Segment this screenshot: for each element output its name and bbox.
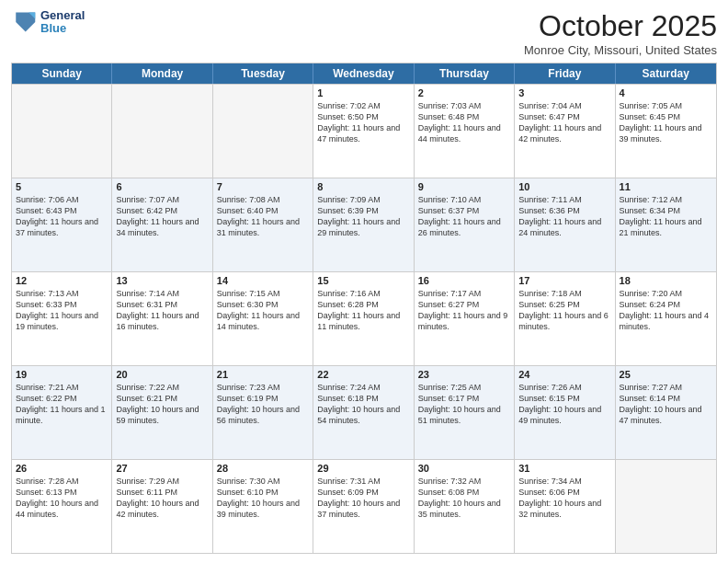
day-number: 30 [418,463,510,474]
day-number: 2 [418,87,510,98]
header-cell-monday: Monday [112,63,212,84]
day-info: Sunrise: 7:27 AM Sunset: 6:14 PM Dayligh… [620,382,712,427]
header-cell-saturday: Saturday [616,63,716,84]
day-info: Sunrise: 7:25 AM Sunset: 6:17 PM Dayligh… [418,382,510,427]
logo-line2: Blue [40,21,66,35]
day-number: 24 [518,369,610,380]
day-cell-15: 15Sunrise: 7:16 AM Sunset: 6:28 PM Dayli… [313,272,414,365]
day-info: Sunrise: 7:28 AM Sunset: 6:13 PM Dayligh… [16,476,108,521]
day-info: Sunrise: 7:06 AM Sunset: 6:43 PM Dayligh… [16,194,108,239]
day-number: 31 [518,463,610,474]
location: Monroe City, Missouri, United States [524,43,717,57]
day-number: 27 [116,463,208,474]
day-cell-14: 14Sunrise: 7:15 AM Sunset: 6:30 PM Dayli… [213,272,313,365]
day-cell-1: 1Sunrise: 7:02 AM Sunset: 6:50 PM Daylig… [313,85,414,178]
day-cell-24: 24Sunrise: 7:26 AM Sunset: 6:15 PM Dayli… [515,366,615,459]
day-cell-10: 10Sunrise: 7:11 AM Sunset: 6:36 PM Dayli… [515,178,615,271]
day-info: Sunrise: 7:23 AM Sunset: 6:19 PM Dayligh… [217,382,309,427]
logo-line1: General [40,8,85,22]
calendar: SundayMondayTuesdayWednesdayThursdayFrid… [11,63,717,554]
header-cell-friday: Friday [515,63,615,84]
header-cell-tuesday: Tuesday [213,63,313,84]
day-cell-3: 3Sunrise: 7:04 AM Sunset: 6:47 PM Daylig… [515,85,615,178]
day-cell-9: 9Sunrise: 7:10 AM Sunset: 6:37 PM Daylig… [415,178,515,271]
title-area: October 2025 Monroe City, Missouri, Unit… [524,9,717,57]
calendar-row-3: 19Sunrise: 7:21 AM Sunset: 6:22 PM Dayli… [12,365,716,459]
empty-cell-r0c2 [213,85,313,178]
day-info: Sunrise: 7:11 AM Sunset: 6:36 PM Dayligh… [518,194,610,239]
day-cell-22: 22Sunrise: 7:24 AM Sunset: 6:18 PM Dayli… [313,366,414,459]
day-cell-21: 21Sunrise: 7:23 AM Sunset: 6:19 PM Dayli… [213,366,313,459]
day-info: Sunrise: 7:30 AM Sunset: 6:10 PM Dayligh… [217,476,309,521]
day-info: Sunrise: 7:08 AM Sunset: 6:40 PM Dayligh… [217,194,309,239]
day-cell-17: 17Sunrise: 7:18 AM Sunset: 6:25 PM Dayli… [515,272,615,365]
day-cell-8: 8Sunrise: 7:09 AM Sunset: 6:39 PM Daylig… [313,178,414,271]
day-info: Sunrise: 7:13 AM Sunset: 6:33 PM Dayligh… [16,288,108,333]
day-cell-20: 20Sunrise: 7:22 AM Sunset: 6:21 PM Dayli… [112,366,212,459]
day-info: Sunrise: 7:04 AM Sunset: 6:47 PM Dayligh… [518,100,610,145]
day-info: Sunrise: 7:20 AM Sunset: 6:24 PM Dayligh… [620,288,712,333]
day-number: 13 [116,275,208,286]
day-number: 18 [620,275,712,286]
calendar-row-1: 5Sunrise: 7:06 AM Sunset: 6:43 PM Daylig… [12,178,716,271]
day-info: Sunrise: 7:05 AM Sunset: 6:45 PM Dayligh… [620,100,712,145]
day-info: Sunrise: 7:24 AM Sunset: 6:18 PM Dayligh… [317,382,409,427]
day-number: 6 [116,181,208,192]
day-number: 20 [116,369,208,380]
empty-cell-r0c1 [112,85,212,178]
day-cell-12: 12Sunrise: 7:13 AM Sunset: 6:33 PM Dayli… [12,272,112,365]
empty-cell-r0c0 [12,85,112,178]
header-cell-wednesday: Wednesday [313,63,414,84]
calendar-body: 1Sunrise: 7:02 AM Sunset: 6:50 PM Daylig… [12,84,716,553]
day-number: 15 [317,275,409,286]
day-number: 22 [317,369,409,380]
day-number: 19 [16,369,108,380]
day-info: Sunrise: 7:09 AM Sunset: 6:39 PM Dayligh… [317,194,409,239]
day-cell-25: 25Sunrise: 7:27 AM Sunset: 6:14 PM Dayli… [616,366,716,459]
day-number: 26 [16,463,108,474]
day-number: 1 [317,87,409,98]
day-info: Sunrise: 7:10 AM Sunset: 6:37 PM Dayligh… [418,194,510,239]
day-cell-19: 19Sunrise: 7:21 AM Sunset: 6:22 PM Dayli… [12,366,112,459]
day-info: Sunrise: 7:12 AM Sunset: 6:34 PM Dayligh… [620,194,712,239]
day-cell-4: 4Sunrise: 7:05 AM Sunset: 6:45 PM Daylig… [616,85,716,178]
logo-text: General Blue [40,9,85,36]
day-number: 12 [16,275,108,286]
day-cell-28: 28Sunrise: 7:30 AM Sunset: 6:10 PM Dayli… [213,460,313,553]
day-cell-31: 31Sunrise: 7:34 AM Sunset: 6:06 PM Dayli… [515,460,615,553]
day-number: 21 [217,369,309,380]
day-number: 14 [217,275,309,286]
logo: General Blue [11,9,85,36]
day-info: Sunrise: 7:02 AM Sunset: 6:50 PM Dayligh… [317,100,409,145]
day-number: 23 [418,369,510,380]
day-number: 5 [16,181,108,192]
day-info: Sunrise: 7:03 AM Sunset: 6:48 PM Dayligh… [418,100,510,145]
day-info: Sunrise: 7:15 AM Sunset: 6:30 PM Dayligh… [217,288,309,333]
day-info: Sunrise: 7:32 AM Sunset: 6:08 PM Dayligh… [418,476,510,521]
day-info: Sunrise: 7:29 AM Sunset: 6:11 PM Dayligh… [116,476,208,521]
day-cell-30: 30Sunrise: 7:32 AM Sunset: 6:08 PM Dayli… [415,460,515,553]
day-info: Sunrise: 7:26 AM Sunset: 6:15 PM Dayligh… [518,382,610,427]
day-info: Sunrise: 7:07 AM Sunset: 6:42 PM Dayligh… [116,194,208,239]
day-number: 10 [518,181,610,192]
day-info: Sunrise: 7:21 AM Sunset: 6:22 PM Dayligh… [16,382,108,427]
header-cell-thursday: Thursday [415,63,515,84]
day-info: Sunrise: 7:22 AM Sunset: 6:21 PM Dayligh… [116,382,208,427]
day-number: 11 [620,181,712,192]
day-info: Sunrise: 7:16 AM Sunset: 6:28 PM Dayligh… [317,288,409,333]
day-info: Sunrise: 7:18 AM Sunset: 6:25 PM Dayligh… [518,288,610,333]
day-number: 3 [518,87,610,98]
page-container: General Blue October 2025 Monroe City, M… [0,0,728,563]
day-info: Sunrise: 7:17 AM Sunset: 6:27 PM Dayligh… [418,288,510,333]
day-info: Sunrise: 7:31 AM Sunset: 6:09 PM Dayligh… [317,476,409,521]
day-cell-13: 13Sunrise: 7:14 AM Sunset: 6:31 PM Dayli… [112,272,212,365]
header: General Blue October 2025 Monroe City, M… [11,9,717,57]
logo-icon [11,9,37,35]
calendar-row-4: 26Sunrise: 7:28 AM Sunset: 6:13 PM Dayli… [12,459,716,553]
calendar-header-row: SundayMondayTuesdayWednesdayThursdayFrid… [12,63,716,84]
day-number: 7 [217,181,309,192]
day-cell-6: 6Sunrise: 7:07 AM Sunset: 6:42 PM Daylig… [112,178,212,271]
day-number: 25 [620,369,712,380]
day-cell-26: 26Sunrise: 7:28 AM Sunset: 6:13 PM Dayli… [12,460,112,553]
month-title: October 2025 [524,9,717,43]
